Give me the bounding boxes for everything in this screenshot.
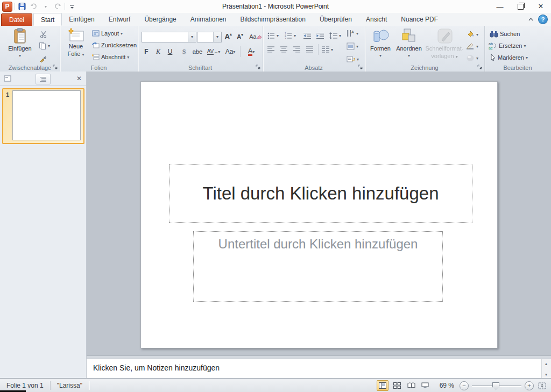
smartart-dropdown-icon: ▾ (357, 57, 359, 62)
new-slide-button[interactable]: Neue Folie ▾ (63, 28, 89, 58)
close-button[interactable]: × (531, 0, 551, 13)
font-name-combo[interactable]: ▾ (142, 32, 196, 42)
paragraph-dialog-launcher-icon[interactable] (358, 65, 363, 70)
numbering-button[interactable]: 123 ▾ (285, 30, 296, 41)
zoom-in-button[interactable]: + (525, 381, 534, 390)
tab-entwurf[interactable]: Entwurf (102, 13, 138, 26)
section-button[interactable]: Abschnitt▾ (92, 52, 129, 62)
zoom-slider[interactable] (472, 382, 521, 390)
font-size-combo[interactable]: ▾ (197, 32, 222, 42)
shapes-label: Formen (370, 45, 391, 52)
tab-ueberpruefen[interactable]: Überprüfen (313, 13, 359, 26)
cut-button[interactable] (40, 29, 47, 40)
decrease-indent-button[interactable] (303, 30, 311, 41)
text-shadow-button[interactable]: S (179, 46, 189, 57)
view-slideshow-button[interactable] (420, 381, 430, 390)
numbering-dropdown-icon: ▾ (294, 33, 296, 38)
columns-button[interactable]: ▾ (322, 44, 333, 55)
text-direction-button[interactable]: A ▾ (347, 28, 358, 39)
notes-scrollbar[interactable]: ▲ ▼ (541, 359, 551, 379)
tab-ansicht[interactable]: Ansicht (359, 13, 394, 26)
layout-button[interactable]: Layout▾ (92, 28, 123, 39)
justify-button[interactable] (306, 44, 313, 55)
font-name-dropdown-icon[interactable]: ▾ (188, 32, 196, 42)
zoom-level[interactable]: 69 % (436, 382, 454, 389)
scroll-down-icon[interactable]: ▼ (543, 371, 549, 377)
zoom-out-button[interactable]: − (460, 381, 469, 390)
character-spacing-button[interactable]: AV↔▾ (206, 46, 222, 57)
grow-font-button[interactable]: A▴ (223, 31, 234, 42)
underline-button[interactable]: U (165, 46, 175, 57)
shrink-font-button[interactable]: A▾ (235, 31, 245, 42)
help-icon[interactable]: ? (538, 15, 548, 24)
restore-button[interactable] (510, 0, 531, 13)
tab-animationen[interactable]: Animationen (183, 13, 234, 26)
select-button[interactable]: Markieren▾ (490, 52, 528, 63)
fit-slide-to-window-button[interactable] (537, 381, 547, 390)
arrange-button[interactable]: Anordnen ▾ (394, 28, 424, 59)
convert-smartart-button[interactable]: ▾ (347, 54, 359, 65)
scroll-up-icon[interactable]: ▲ (543, 360, 549, 367)
tab-slides-thumbnails[interactable] (2, 74, 13, 83)
title-placeholder[interactable]: Titel durch Klicken hinzufügen (169, 164, 472, 223)
align-right-button[interactable] (293, 44, 300, 55)
columns-dropdown-icon: ▾ (331, 47, 333, 52)
minimize-button[interactable]: — (490, 0, 510, 13)
slide-editor-area: Titel durch Klicken hinzufügen Untertite… (87, 72, 551, 355)
group-slides: Neue Folie ▾ Layout▾ Zurücksetzen Abschn… (60, 26, 138, 72)
shape-effects-button[interactable]: ▾ (466, 53, 478, 63)
theme-name-status[interactable]: "Larissa" (51, 381, 89, 390)
align-center-button[interactable] (280, 44, 287, 55)
divider (89, 381, 89, 390)
subtitle-placeholder[interactable]: Untertitel durch Klicken hinzufügen (193, 231, 443, 302)
font-color-button[interactable]: A▾ (243, 46, 259, 57)
slides-panel-header: ✕ (0, 72, 86, 86)
tab-nuance-pdf[interactable]: Nuance PDF (394, 13, 445, 26)
clear-formatting-button[interactable]: Aa (249, 31, 263, 42)
view-reading-button[interactable] (406, 381, 416, 390)
clipboard-dialog-launcher-icon[interactable] (53, 65, 58, 70)
quick-styles-button[interactable]: Schnellformat- vorlagen ▾ (425, 28, 464, 60)
font-size-dropdown-icon[interactable]: ▾ (213, 32, 221, 42)
view-slide-sorter-button[interactable] (392, 381, 402, 390)
close-panel-icon[interactable]: ✕ (75, 75, 83, 82)
bold-button[interactable]: F (141, 46, 152, 57)
slide-thumbnail-selected[interactable]: 1 (2, 88, 84, 144)
notes-pane[interactable]: Klicken Sie, um Notizen hinzuzufügen ▲ ▼ (87, 359, 551, 379)
tab-einfuegen[interactable]: Einfügen (62, 13, 101, 26)
slide-count-status[interactable]: Folie 1 von 1 (0, 381, 50, 390)
tab-uebergaenge[interactable]: Übergänge (137, 13, 183, 26)
zoom-slider-thumb[interactable] (492, 382, 499, 390)
tab-outline[interactable] (36, 74, 51, 84)
font-name-input[interactable] (142, 32, 188, 42)
strikethrough-button[interactable]: abe (190, 46, 204, 57)
align-text-button[interactable]: ▾ (347, 41, 358, 52)
tab-file[interactable]: Datei (1, 13, 32, 27)
font-size-input[interactable] (197, 32, 213, 42)
paste-button[interactable]: Einfügen ▾ (5, 28, 34, 59)
reset-button[interactable]: Zurücksetzen (92, 40, 137, 51)
shapes-button[interactable]: Formen ▾ (368, 28, 393, 59)
tab-bildschirmpraesentation[interactable]: Bildschirmpräsentation (234, 13, 313, 26)
view-normal-button[interactable] (377, 380, 388, 391)
increase-indent-button[interactable] (316, 30, 324, 41)
align-left-button[interactable] (267, 44, 274, 55)
format-painter-button[interactable] (39, 53, 47, 63)
bullets-button[interactable]: ▾ (267, 30, 279, 41)
line-spacing-button[interactable]: ▾ (329, 30, 341, 41)
powerpoint-window: P ▾ Präsentation1 - Microsoft PowerPoint… (0, 0, 551, 392)
slide-canvas[interactable]: Titel durch Klicken hinzufügen Untertite… (140, 81, 498, 348)
italic-button[interactable]: K (153, 46, 164, 57)
font-dialog-launcher-icon[interactable] (256, 65, 261, 70)
drawing-dialog-launcher-icon[interactable] (477, 65, 483, 70)
text-direction-icon: A (347, 30, 355, 37)
collapse-ribbon-icon[interactable] (528, 17, 534, 22)
shape-fill-button[interactable]: ▾ (466, 29, 478, 40)
notes-placeholder[interactable]: Klicken Sie, um Notizen hinzuzufügen (93, 364, 220, 372)
replace-button[interactable]: abac Ersetzen▾ (489, 40, 526, 51)
shape-outline-button[interactable]: ▾ (466, 41, 478, 52)
change-case-button[interactable]: Aa▾ (223, 46, 238, 57)
find-button[interactable]: Suchen (490, 28, 520, 39)
copy-button[interactable]: ▾ (39, 40, 50, 51)
tab-start[interactable]: Start (33, 13, 62, 26)
